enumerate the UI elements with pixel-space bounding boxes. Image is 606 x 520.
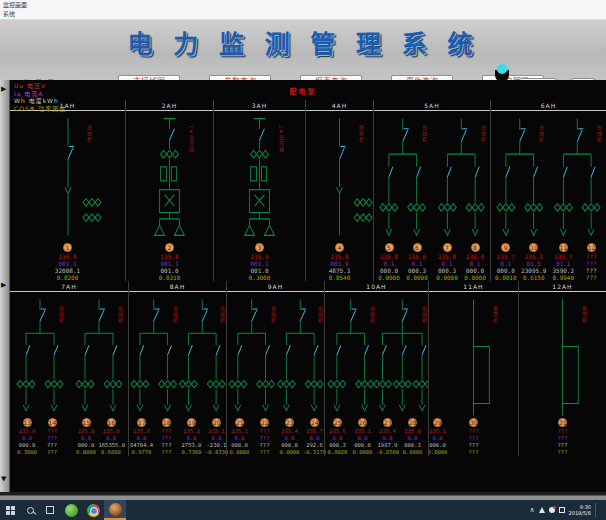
taskbar-clock[interactable]: 9:30 2019/5/8 bbox=[569, 504, 591, 516]
meter-point-30[interactable]: 30???????????? bbox=[461, 418, 486, 456]
meter-point-27[interactable]: 27235.40.01987.9-0.8560 bbox=[375, 418, 400, 456]
bay-diagram[interactable]: 1#变压器 bbox=[126, 111, 213, 243]
meter-point-1[interactable]: 1236.8001.132008.10.8200 bbox=[54, 243, 82, 281]
meter-point-14[interactable]: 14???????????? bbox=[40, 418, 65, 456]
bay-diagram[interactable]: 备用柜 bbox=[519, 292, 606, 418]
task-view-button[interactable] bbox=[40, 500, 60, 520]
bay-readouts: 5235.80.1000.00.00006235.60.1000.30.0000… bbox=[374, 243, 490, 281]
meter-point-4[interactable]: 4235.8001.94875.30.8540 bbox=[326, 243, 354, 281]
meter-point-13[interactable]: 13235.00.0000.00.3000 bbox=[15, 418, 40, 456]
tray-expand-icon[interactable]: ∧ bbox=[529, 506, 534, 514]
meter-point-10[interactable]: 10235.301.523095.90.6150 bbox=[520, 243, 548, 281]
network-icon[interactable] bbox=[539, 507, 545, 513]
notification-icon[interactable] bbox=[549, 507, 555, 513]
bay-label: 3AH bbox=[214, 100, 305, 111]
taskbar-app-chrome[interactable] bbox=[82, 500, 104, 520]
power-factor-value: 0.3000 bbox=[246, 274, 274, 281]
bay-9AH: 9AH出线柜出线柜21235.10.0000.00.000022????????… bbox=[226, 281, 324, 456]
current-value: ??? bbox=[40, 435, 65, 442]
voltage-value: ??? bbox=[40, 428, 65, 435]
battery-icon[interactable] bbox=[559, 507, 565, 513]
current-value: 001.9 bbox=[326, 260, 354, 267]
meter-point-6[interactable]: 6235.60.1000.30.0000 bbox=[403, 243, 431, 281]
meter-point-9[interactable]: 9235.70.1000.00.0010 bbox=[492, 243, 520, 281]
meter-point-22[interactable]: 22???????????? bbox=[252, 418, 277, 456]
energy-value: ??? bbox=[577, 267, 605, 274]
power-factor-value: 0.3000 bbox=[15, 449, 40, 456]
bay-diagram[interactable]: 出线柜出线柜 bbox=[374, 111, 490, 243]
bay-readouts: 31???????????? bbox=[519, 418, 606, 456]
bay-readouts: 30???????????? bbox=[429, 418, 518, 456]
meter-number-badge: 14 bbox=[48, 418, 57, 427]
left-nav-strip[interactable]: ▶ ▶ ▼ bbox=[0, 80, 10, 492]
bay-diagram[interactable]: 备用柜 bbox=[429, 292, 518, 418]
bay-diagram[interactable]: 联络柜 bbox=[306, 111, 373, 243]
bay-5AH: 5AH出线柜出线柜5235.80.1000.00.00006235.60.100… bbox=[373, 100, 490, 281]
strip-arrow-icon[interactable]: ▶ bbox=[1, 86, 6, 93]
power-factor-value: 0.8200 bbox=[54, 274, 82, 281]
taskbar-app-green[interactable] bbox=[60, 500, 82, 520]
meter-point-26[interactable]: 26235.10.0000.00.0000 bbox=[350, 418, 375, 456]
current-value: 0.0 bbox=[129, 435, 154, 442]
bay-diagram[interactable]: 出线柜出线柜 bbox=[227, 292, 324, 418]
chrome-icon bbox=[87, 504, 100, 517]
bay-diagram[interactable]: 出线柜出线柜 bbox=[129, 292, 226, 418]
meter-point-28[interactable]: 28235.00.0000.30.0000 bbox=[400, 418, 425, 456]
meter-point-19[interactable]: 19235.20.02753.00.7360 bbox=[179, 418, 204, 456]
readout-group: 21235.10.0000.00.000022???????????? bbox=[227, 418, 277, 456]
meter-point-15[interactable]: 15235.00.0000.00.0000 bbox=[74, 418, 99, 456]
energy-value: 23095.9 bbox=[520, 267, 548, 274]
strip-arrow-icon[interactable]: ▶ bbox=[1, 282, 6, 289]
meter-point-17[interactable]: 17235.80.084704.40.9770 bbox=[129, 418, 154, 456]
voltage-value: ??? bbox=[577, 253, 605, 260]
voltage-value: 235.0 bbox=[400, 428, 425, 435]
energy-value: 2753.0 bbox=[179, 442, 204, 449]
readout-group: 7235.80.1000.30.00008236.00.1000.00.0000 bbox=[433, 243, 489, 281]
show-desktop-button[interactable] bbox=[600, 500, 604, 520]
taskbar-search-button[interactable] bbox=[20, 500, 40, 520]
meter-point-8[interactable]: 8236.00.1000.00.0000 bbox=[461, 243, 489, 281]
meter-point-21[interactable]: 21235.10.0000.00.0000 bbox=[227, 418, 252, 456]
meter-number-badge: 1 bbox=[63, 243, 72, 252]
meter-point-5[interactable]: 5235.80.1000.00.0000 bbox=[375, 243, 403, 281]
energy-value: 000.0 bbox=[461, 267, 489, 274]
readout-group: 3235.9001.1001.00.3000 bbox=[246, 243, 274, 281]
meter-point-31[interactable]: 31???????????? bbox=[550, 418, 575, 456]
menu-item-system[interactable]: 系统 bbox=[0, 9, 606, 18]
readout-group: 2235.8001.1001.00.0310 bbox=[156, 243, 184, 281]
energy-value: ??? bbox=[154, 442, 179, 449]
bay-11AH: 11AH备用柜30???????????? bbox=[428, 281, 518, 456]
bay-readouts: 1236.8001.132008.10.8200 bbox=[10, 243, 125, 281]
power-factor-value: 0.0000 bbox=[350, 449, 375, 456]
feeder-label: 出线柜 bbox=[117, 306, 124, 324]
meter-point-11[interactable]: 11235.701.13590.20.9940 bbox=[549, 243, 577, 281]
meter-point-12[interactable]: 12???????????? bbox=[577, 243, 605, 281]
taskbar-app-scada-active[interactable] bbox=[104, 500, 126, 520]
readout-group: 19235.20.02753.00.736020235.10.0-230.1-0… bbox=[179, 418, 229, 456]
meter-point-3[interactable]: 3235.9001.1001.00.3000 bbox=[246, 243, 274, 281]
meter-point-2[interactable]: 2235.8001.1001.00.0310 bbox=[156, 243, 184, 281]
bay-diagram[interactable]: 出线柜出线柜 bbox=[491, 111, 606, 243]
energy-value: ??? bbox=[40, 442, 65, 449]
legend-item: COSΦ 功率因数 bbox=[14, 105, 66, 113]
bay-diagram[interactable]: 进线柜 bbox=[10, 111, 125, 243]
bay-4AH: 4AH联络柜4235.8001.94875.30.8540 bbox=[305, 100, 373, 281]
energy-value: 4875.3 bbox=[326, 267, 354, 274]
current-value: ??? bbox=[154, 435, 179, 442]
feeder-label: 出线柜 bbox=[421, 306, 428, 324]
strip-arrow-icon[interactable]: ▼ bbox=[1, 476, 6, 483]
meter-point-16[interactable]: 16235.00.0165355.00.6800 bbox=[99, 418, 124, 456]
meter-point-25[interactable]: 25235.60.0000.30.8020 bbox=[325, 418, 350, 456]
voltage-value: 235.0 bbox=[99, 428, 124, 435]
voltage-value: ??? bbox=[154, 428, 179, 435]
bay-6AH: 6AH出线柜出线柜9235.70.1000.00.001010235.301.5… bbox=[490, 100, 606, 281]
meter-point-7[interactable]: 7235.80.1000.30.0000 bbox=[433, 243, 461, 281]
bay-diagram[interactable]: 出线柜出线柜 bbox=[325, 292, 428, 418]
start-button[interactable] bbox=[0, 500, 20, 520]
meter-point-23[interactable]: 23235.40.0000.00.0000 bbox=[277, 418, 302, 456]
bay-diagram[interactable]: 出线柜出线柜 bbox=[10, 292, 128, 418]
voltage-value: 235.2 bbox=[179, 428, 204, 435]
meter-point-18[interactable]: 18???????????? bbox=[154, 418, 179, 456]
power-factor-value: ??? bbox=[154, 449, 179, 456]
bay-diagram[interactable]: 2#变压器 bbox=[214, 111, 305, 243]
